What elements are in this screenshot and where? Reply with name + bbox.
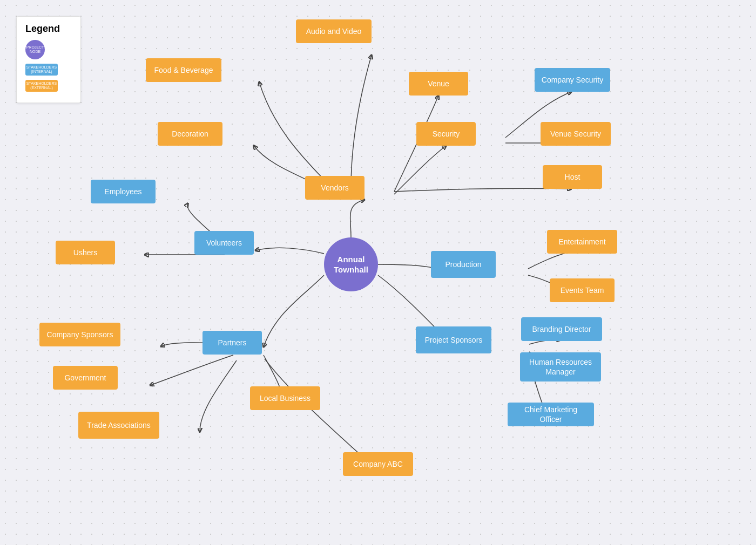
audio-video-node[interactable]: Audio and Video [296, 19, 372, 43]
legend-orange-box: STAKEHOLDERS(EXTERNAL) [25, 80, 58, 92]
vendors-node[interactable]: Vendors [305, 176, 364, 200]
legend-item-external: STAKEHOLDERS(EXTERNAL) [25, 80, 72, 92]
project-sponsors-node[interactable]: Project Sponsors [416, 326, 491, 353]
legend-item-internal: STAKEHOLDERS(INTERNAL) [25, 64, 72, 76]
venue-security-node[interactable]: Venue Security [541, 122, 611, 146]
branding-director-node[interactable]: Branding Director [521, 317, 602, 341]
legend-blue-box: STAKEHOLDERS(INTERNAL) [25, 64, 58, 76]
volunteers-node[interactable]: Volunteers [194, 231, 254, 255]
legend-item-project: PROJECTNODE [25, 40, 72, 59]
decoration-node[interactable]: Decoration [158, 122, 222, 146]
hr-manager-node[interactable]: Human Resources Manager [520, 352, 601, 382]
legend-title: Legend [25, 23, 72, 35]
legend-circle: PROJECTNODE [25, 40, 45, 59]
employees-node[interactable]: Employees [91, 180, 156, 203]
local-business-node[interactable]: Local Business [250, 386, 320, 410]
center-node[interactable]: Annual Townhall [324, 237, 378, 291]
company-security-node[interactable]: Company Security [535, 68, 610, 92]
production-node[interactable]: Production [431, 251, 496, 278]
ushers-node[interactable]: Ushers [56, 241, 115, 264]
trade-associations-node[interactable]: Trade Associations [78, 412, 159, 439]
company-sponsors-node[interactable]: Company Sponsors [39, 323, 120, 346]
host-node[interactable]: Host [543, 165, 602, 189]
security-node[interactable]: Security [416, 122, 476, 146]
partners-node[interactable]: Partners [202, 331, 262, 355]
venue-node[interactable]: Venue [409, 72, 468, 96]
company-abc-node[interactable]: Company ABC [343, 452, 413, 476]
legend-panel: Legend PROJECTNODE STAKEHOLDERS(INTERNAL… [16, 16, 81, 103]
government-node[interactable]: Government [53, 366, 118, 390]
events-team-node[interactable]: Events Team [550, 278, 615, 302]
food-beverage-node[interactable]: Food & Beverage [146, 58, 221, 82]
cmo-node[interactable]: Chief Marketing Officer [508, 403, 594, 426]
entertainment-node[interactable]: Entertainment [547, 230, 617, 254]
